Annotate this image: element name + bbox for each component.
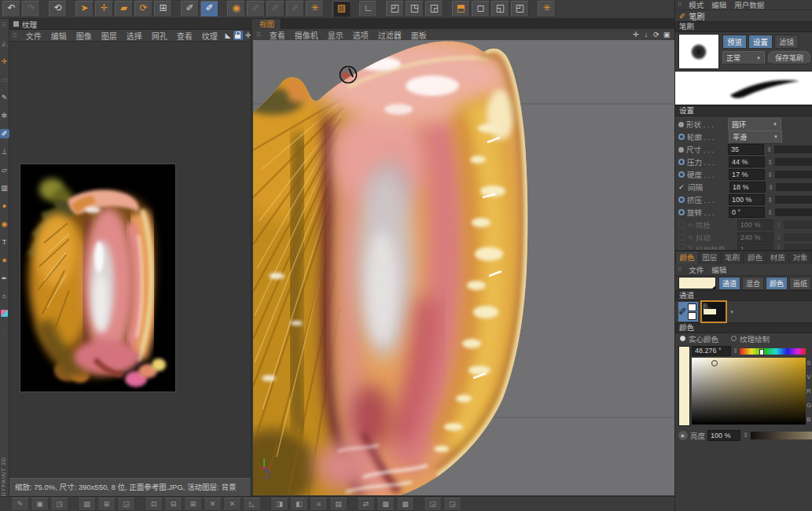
bottom-tool-button[interactable]	[416, 498, 422, 510]
palette-tool-button[interactable]: ▭	[0, 75, 9, 84]
texture-menu-item[interactable]: 图层	[97, 30, 122, 42]
toolbar-button[interactable]: ◉	[227, 1, 245, 17]
setting-slider[interactable]	[776, 183, 812, 191]
setting-row[interactable]: 挤压 . . . 100 % ▼ 100 % ⇕	[675, 193, 812, 206]
setting-slider[interactable]	[775, 171, 812, 178]
viewport-nav-button[interactable]: ⟳	[652, 30, 661, 39]
brush-tab[interactable]: 预览	[722, 35, 747, 49]
texture-menu-item[interactable]: 查看	[172, 30, 197, 42]
setting-slider[interactable]	[775, 196, 812, 204]
channels-section-header[interactable]: 通道	[675, 290, 812, 301]
setting-value-field[interactable]: 240 %	[737, 232, 773, 243]
menu-grip-icon[interactable]: ⠿	[256, 31, 261, 39]
texture-menu-item[interactable]: 文件	[21, 30, 46, 42]
brightness-value-field[interactable]: 100 %	[707, 430, 740, 441]
color-menu-item[interactable]: 文件	[685, 264, 707, 275]
toolbar-button[interactable]: ✐	[286, 1, 304, 17]
viewport-menu-item[interactable]: 选项	[348, 29, 373, 41]
animate-dot-icon[interactable]	[678, 159, 685, 165]
setting-value-field[interactable]: 17 %	[729, 169, 765, 180]
manager-tab[interactable]: 图层	[699, 252, 721, 264]
saturation-value-field[interactable]	[692, 358, 806, 425]
texture-menu-item[interactable]: 选择	[122, 30, 147, 42]
toolbar-button[interactable]: ⊞	[154, 1, 172, 17]
setting-value-field[interactable]: 35	[728, 144, 764, 155]
setting-row[interactable]: 旋转 . . . 0 ° ▼ 0 ° ⇕	[675, 206, 812, 219]
manager-tab[interactable]: 笔刷	[722, 252, 744, 264]
color-mode-tab[interactable]: 颜色	[766, 277, 788, 290]
setting-row[interactable]: ⟲ 抖动 240 % ▼ 240 % ⇕	[675, 231, 812, 244]
setting-slider[interactable]	[775, 158, 812, 166]
animate-dot-icon[interactable]	[678, 171, 685, 178]
bottom-tool-button[interactable]: ✕	[223, 498, 241, 511]
manager-tab[interactable]: 颜色	[676, 252, 698, 264]
toolbar-button[interactable]	[220, 2, 226, 17]
viewport-menu-item[interactable]: 显示	[323, 29, 348, 41]
toolbar-button[interactable]	[68, 2, 74, 17]
toolbar-button[interactable]: ◻	[472, 1, 490, 17]
toolbar-button[interactable]: ◰	[511, 1, 529, 17]
setting-value-field[interactable]: 100 %	[729, 194, 765, 205]
toolbar-button[interactable]: ✐	[247, 1, 265, 17]
toolbar-button[interactable]: ✳	[306, 1, 324, 17]
brush-tab[interactable]: 设置	[748, 35, 773, 49]
toolbar-button[interactable]	[42, 2, 47, 17]
toolbar-button[interactable]	[325, 2, 331, 17]
toolbar-button[interactable]: ↶	[2, 1, 20, 17]
animate-dot-icon[interactable]	[678, 184, 685, 191]
palette-tool-button[interactable]: ★	[0, 256, 9, 265]
toolbar-button[interactable]: ✛	[95, 1, 113, 17]
setting-dropdown[interactable]: 平滑 ▼	[729, 131, 782, 144]
bottom-tool-button[interactable]	[349, 498, 355, 510]
toolbar-button[interactable]: ▰	[115, 1, 133, 17]
texture-menu-item[interactable]: 编辑	[46, 30, 72, 42]
chevron-down-icon[interactable]: ▼	[729, 310, 734, 314]
attributes-menu-item[interactable]: 模式	[685, 0, 707, 10]
texture-canvas[interactable]	[20, 164, 176, 392]
channel-paint-thumbnail[interactable]: ✐	[678, 302, 698, 322]
attributes-menu-item[interactable]: 用户数据	[730, 0, 768, 10]
setting-slider[interactable]	[784, 233, 812, 241]
stepper-icon[interactable]: ⇕	[776, 244, 781, 250]
bottom-tool-button[interactable]: ▦	[377, 498, 395, 511]
bottom-tool-button[interactable]: ◺	[243, 498, 261, 511]
menu-grip-icon[interactable]: ⠿	[13, 32, 17, 39]
stepper-icon[interactable]: ⇕	[767, 209, 773, 216]
current-color-strip[interactable]	[678, 346, 690, 426]
bottom-tool-button[interactable]: ◧	[290, 498, 308, 511]
sv-picker-handle[interactable]	[711, 360, 718, 366]
bottom-tool-button[interactable]: ◲	[424, 498, 442, 511]
bottom-tool-button[interactable]	[137, 498, 143, 510]
color-section-header[interactable]: 颜色	[675, 322, 812, 333]
toolbar-button[interactable]: ◲	[425, 1, 443, 17]
setting-row[interactable]: 压力 . . . 44 % ▼ 44 % ⇕	[675, 156, 812, 168]
menu-grip-icon[interactable]: ⠿	[678, 2, 682, 8]
viewport-nav-button[interactable]: ↓	[641, 30, 651, 39]
brush-tip-preview[interactable]	[678, 34, 719, 69]
toolbar-button[interactable]: ✐	[200, 1, 219, 17]
toolbar-button[interactable]: ↷	[22, 1, 40, 17]
bottom-tool-button[interactable]: ≡	[310, 498, 328, 511]
setting-row[interactable]: 尺寸 . . . 35 ▼ 35 ⇕	[675, 143, 812, 156]
solid-color-radio[interactable]	[680, 336, 685, 341]
attributes-menu-item[interactable]: 编辑	[707, 0, 730, 10]
setting-value-field[interactable]: 0 °	[729, 207, 765, 218]
toolbar-button[interactable]: ◰	[386, 1, 404, 17]
bottom-tool-button[interactable]: ▨	[78, 498, 96, 511]
palette-tool-button[interactable]: ●	[0, 201, 9, 211]
toolbar-button[interactable]	[445, 2, 450, 17]
setting-row[interactable]: ⟲ 喷枪 100 % ▼ 100 % ⇕	[675, 219, 812, 231]
brush-tab[interactable]: 滤镜	[774, 35, 799, 49]
hue-slider[interactable]	[740, 348, 806, 355]
palette-tool-button[interactable]: ▥	[0, 183, 9, 193]
palette-tool-button[interactable]: ▰	[1, 310, 8, 317]
brush-section-header[interactable]: 笔刷	[675, 21, 812, 32]
stepper-icon[interactable]: ⇕	[768, 184, 773, 191]
palette-tool-button[interactable]: ✎	[0, 93, 9, 102]
setting-value-field[interactable]: 100 %	[737, 219, 773, 230]
setting-slider[interactable]	[784, 221, 812, 229]
toolbar-button[interactable]: ➤	[75, 1, 94, 17]
animate-dot-icon[interactable]	[678, 222, 685, 228]
palette-tool-button[interactable]: ◭	[0, 39, 9, 48]
bottom-tool-button[interactable]: ✎	[11, 498, 29, 511]
